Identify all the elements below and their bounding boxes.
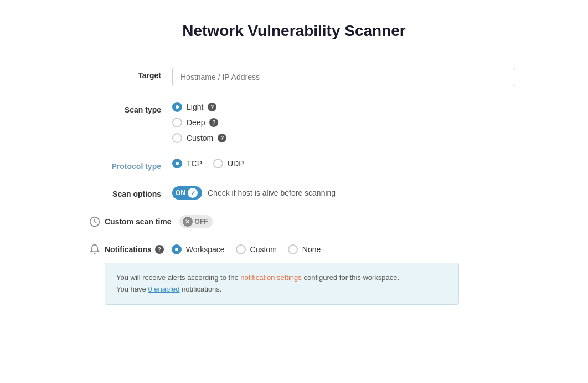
protocol-type-label: Protocol type — [73, 159, 172, 171]
scan-type-deep-option[interactable]: Deep ? — [172, 118, 515, 127]
custom-scan-time-toggle-x-icon: ✕ — [183, 217, 193, 227]
scan-options-row: Scan options ON Check if host is alive b… — [73, 186, 515, 200]
protocol-tcp-option[interactable]: TCP — [172, 159, 202, 168]
notifications-workspace-option[interactable]: Workspace — [172, 244, 225, 254]
notifications-custom-option[interactable]: Custom — [236, 244, 277, 254]
scan-type-deep-label: Deep — [187, 118, 205, 127]
info-text-4: notifications. — [182, 285, 221, 293]
scan-type-custom-label: Custom — [187, 134, 213, 142]
scan-type-light-option[interactable]: Light ? — [172, 102, 515, 112]
scan-options-toggle-container: ON Check if host is alive before scannin… — [172, 186, 515, 200]
protocol-tcp-radio[interactable] — [172, 159, 182, 168]
notifications-info-box: You will receive alerts according to the… — [105, 263, 459, 305]
notifications-custom-radio[interactable] — [236, 244, 246, 254]
scan-type-deep-radio[interactable] — [172, 118, 182, 127]
protocol-tcp-label: TCP — [187, 159, 202, 168]
custom-scan-time-row: Custom scan time ✕ OFF — [73, 215, 515, 228]
clock-icon — [89, 216, 100, 227]
scan-options-check-label: Check if host is alive before scanning — [208, 188, 336, 197]
notifications-settings-link[interactable]: notification settings — [240, 273, 302, 282]
protocol-udp-radio[interactable] — [213, 159, 223, 168]
notifications-workspace-label: Workspace — [186, 245, 225, 254]
info-text-3: You have — [116, 285, 146, 293]
scan-type-deep-help-icon[interactable]: ? — [209, 118, 218, 127]
notifications-workspace-radio[interactable] — [172, 244, 182, 254]
bell-icon — [89, 244, 100, 255]
scan-options-toggle-text: ON — [176, 189, 185, 197]
custom-scan-time-label: Custom scan time — [105, 217, 172, 226]
notifications-enabled-link[interactable]: 0 enabled — [148, 285, 179, 293]
scan-type-row: Scan type Light ? Deep ? — [73, 102, 515, 143]
notifications-help-icon[interactable]: ? — [155, 245, 164, 254]
notifications-row: Notifications ? Workspace Custom None — [73, 244, 515, 255]
target-label: Target — [73, 68, 172, 80]
notifications-none-option[interactable]: None — [288, 244, 321, 254]
custom-scan-time-toggle-text: OFF — [195, 218, 208, 226]
scan-type-custom-option[interactable]: Custom ? — [172, 133, 515, 143]
protocol-type-content: TCP UDP — [172, 159, 515, 168]
scan-type-light-label: Light — [187, 103, 203, 111]
scan-type-light-radio[interactable] — [172, 102, 182, 112]
target-row: Target — [73, 68, 515, 86]
scan-type-custom-radio[interactable] — [172, 133, 182, 143]
protocol-udp-option[interactable]: UDP — [213, 159, 244, 168]
custom-scan-time-toggle[interactable]: ✕ OFF — [179, 215, 213, 228]
scan-type-radio-group: Light ? Deep ? Custom ? — [172, 102, 515, 143]
scan-type-custom-help-icon[interactable]: ? — [218, 134, 226, 142]
notifications-custom-label: Custom — [250, 245, 277, 254]
target-input[interactable] — [172, 68, 515, 86]
protocol-udp-label: UDP — [228, 159, 244, 168]
scan-options-content: ON Check if host is alive before scannin… — [172, 186, 515, 200]
scan-type-label: Scan type — [73, 102, 172, 114]
page-title: Network Vulnerability Scanner — [11, 22, 577, 40]
scan-type-content: Light ? Deep ? Custom ? — [172, 102, 515, 143]
info-text-2: configured for this workspace. — [303, 273, 399, 282]
scan-type-light-help-icon[interactable]: ? — [208, 103, 216, 111]
scan-options-label: Scan options — [73, 186, 172, 198]
notifications-options: Workspace Custom None — [172, 244, 321, 254]
target-content — [172, 68, 515, 86]
scan-options-toggle-check-icon — [188, 188, 198, 198]
scan-options-toggle[interactable]: ON — [172, 186, 202, 200]
notifications-none-radio[interactable] — [288, 244, 298, 254]
protocol-type-radio-group: TCP UDP — [172, 159, 515, 168]
notifications-label: Notifications — [105, 245, 152, 254]
info-text-1: You will receive alerts according to the — [116, 273, 239, 282]
protocol-type-row: Protocol type TCP UDP — [73, 159, 515, 171]
notifications-none-label: None — [302, 245, 321, 254]
